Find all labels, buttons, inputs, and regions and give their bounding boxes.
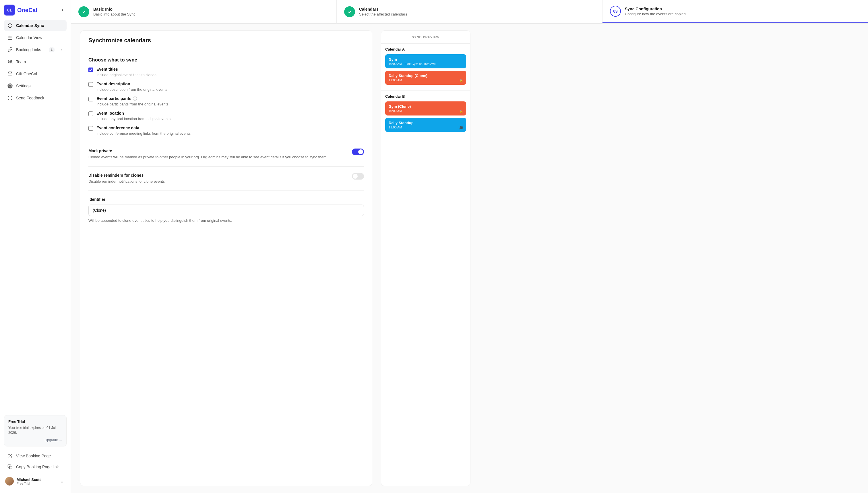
user-name: Michael Scott (17, 477, 56, 482)
event-title: Gym (389, 57, 463, 62)
step-sync-configuration[interactable]: 03 Sync Configuration Configure how the … (602, 0, 868, 23)
identifier-input[interactable] (88, 205, 364, 216)
copy-icon (7, 464, 13, 469)
option-desc: Include original event titles to clones (96, 73, 156, 77)
event-title: Daily Standup (Clone) (389, 73, 463, 78)
sidebar-item-feedback[interactable]: Send Feedback (4, 92, 67, 103)
event-time: 10:00 AM · Flex Gym on 16th Ave (389, 62, 463, 65)
step-desc: Configure how the events are copied (625, 12, 686, 16)
option-checkbox[interactable] (88, 97, 93, 102)
preview-title: SYNC PREVIEW (381, 31, 470, 43)
trial-title: Free Trial (8, 420, 62, 424)
preview-calendar-b: Calendar B Gym (Clone) 10:00 AM 🔒 Daily … (381, 90, 470, 137)
step-basic-info[interactable]: Basic Info Basic info about the Sync (71, 0, 337, 23)
logo-text: OneCal (17, 7, 37, 14)
user-menu-button[interactable] (59, 478, 65, 485)
user-plan: Free Trial (17, 482, 56, 485)
svg-point-2 (10, 61, 12, 62)
option-event-titles: Event titles Include original event titl… (88, 67, 364, 77)
sidebar-item-gift[interactable]: Gift OneCal (4, 68, 67, 79)
option-event-description: Event description Include description fr… (88, 82, 364, 92)
preview-event: Gym 10:00 AM · Flex Gym on 16th Ave (385, 54, 466, 68)
info-icon[interactable]: i (133, 97, 137, 101)
identifier-label: Identifier (88, 197, 364, 202)
svg-rect-0 (8, 36, 12, 40)
sidebar-item-settings[interactable]: Settings (4, 81, 67, 91)
svg-point-8 (62, 481, 63, 482)
row-title: Mark private (88, 149, 345, 153)
sidebar-item-calendar-sync[interactable]: Calendar Sync (4, 20, 67, 31)
sidebar-nav: Calendar Sync Calendar View Booking Link… (4, 20, 67, 103)
sidebar-item-label: Booking Links (16, 47, 41, 52)
sidebar-item-label: Settings (16, 84, 31, 88)
option-checkbox[interactable] (88, 67, 93, 72)
feedback-icon (7, 95, 13, 101)
copy-booking-page-link[interactable]: Copy Booking Page link (4, 462, 67, 472)
link-label: View Booking Page (16, 454, 51, 458)
event-title: Gym (Clone) (389, 104, 463, 109)
sidebar-item-label: Team (16, 60, 26, 64)
preview-event: Daily Standup (Clone) 11:00 AM 🔒 (385, 71, 466, 85)
choose-section-title: Choose what to sync (88, 57, 364, 63)
check-icon (78, 6, 89, 17)
sidebar-item-label: Send Feedback (16, 96, 44, 100)
step-title: Basic Info (93, 7, 136, 12)
event-time: 11:00 AM (389, 79, 463, 82)
option-checkbox[interactable] (88, 126, 93, 131)
preview-calendar-a: Calendar A Gym 10:00 AM · Flex Gym on 16… (381, 43, 470, 90)
view-booking-page-link[interactable]: View Booking Page (4, 450, 67, 462)
sidebar-item-booking-links[interactable]: Booking Links 1 (4, 44, 67, 55)
step-number: 03 (610, 6, 621, 17)
mark-private-toggle[interactable] (352, 149, 364, 155)
option-label: Event location (96, 111, 170, 115)
sidebar-item-team[interactable]: Team (4, 56, 67, 67)
option-checkbox[interactable] (88, 111, 93, 116)
disable-reminders-row: Disable reminders for clones Disable rem… (88, 173, 364, 185)
gift-icon (7, 71, 13, 77)
sidebar-item-label: Calendar Sync (16, 23, 44, 28)
lock-icon: 🔒 (459, 79, 463, 83)
external-link-icon (7, 453, 13, 458)
sidebar-item-badge: 1 (49, 47, 54, 52)
trial-card: Free Trial Your free trial expires on 01… (4, 415, 67, 447)
logo[interactable]: 01 OneCal (4, 5, 37, 16)
option-event-participants: Event participants i Include participant… (88, 96, 364, 106)
svg-point-7 (62, 479, 63, 480)
preview-event: Gym (Clone) 10:00 AM 🔒 (385, 102, 466, 115)
option-label: Event participants i (96, 96, 168, 101)
step-desc: Basic info about the Sync (93, 12, 136, 16)
event-time: 10:00 AM (389, 109, 463, 113)
step-calendars[interactable]: Calendars Select the affected calendars (337, 0, 602, 23)
calendar-icon (7, 35, 13, 40)
option-desc: Include conference meeting links from th… (96, 131, 190, 135)
svg-rect-6 (9, 466, 12, 469)
event-title: Daily Standup (389, 121, 463, 125)
avatar[interactable] (5, 477, 14, 486)
video-icon: 🎥 (459, 126, 463, 130)
sidebar-item-calendar-view[interactable]: Calendar View (4, 32, 67, 43)
option-event-conference: Event conference data Include conference… (88, 126, 364, 135)
link-icon (7, 47, 13, 52)
upgrade-link[interactable]: Upgrade → (8, 438, 62, 442)
team-icon (7, 59, 13, 64)
option-event-location: Event location Include physical location… (88, 111, 364, 121)
option-label: Event description (96, 82, 167, 86)
identifier-help: Will be appended to clone event titles t… (88, 218, 364, 223)
stepper: Basic Info Basic info about the Sync Cal… (71, 0, 868, 24)
sidebar-item-label: Gift OneCal (16, 71, 37, 76)
mark-private-row: Mark private Cloned events will be marke… (88, 149, 364, 160)
option-desc: Include physical location from original … (96, 116, 170, 121)
logo-mark: 01 (4, 5, 15, 16)
option-label: Event conference data (96, 126, 190, 130)
option-checkbox[interactable] (88, 82, 93, 87)
step-desc: Select the affected calendars (359, 12, 407, 16)
step-title: Sync Configuration (625, 7, 686, 11)
option-desc: Include description from the original ev… (96, 87, 167, 92)
sidebar-collapse-button[interactable] (59, 6, 67, 14)
row-desc: Disable reminder notifications for clone… (88, 179, 345, 185)
row-desc: Cloned events will be marked as private … (88, 154, 345, 160)
disable-reminders-toggle[interactable] (352, 173, 364, 179)
calendar-name: Calendar A (385, 47, 466, 51)
user-menu-row: Michael Scott Free Trial (4, 474, 67, 488)
sidebar: 01 OneCal Calendar Sync Calendar View Bo… (0, 0, 71, 493)
